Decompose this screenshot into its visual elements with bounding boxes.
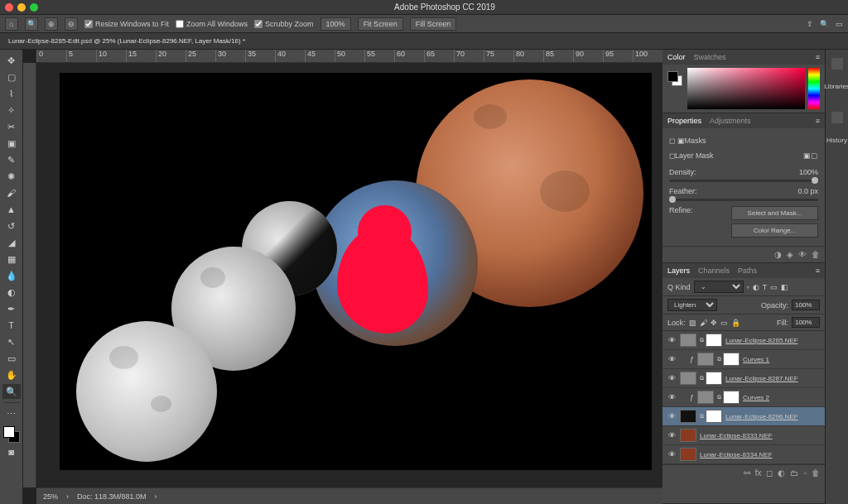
zoom-100-button[interactable]: 100% xyxy=(320,17,351,31)
layer-name[interactable]: Lunar-Eclipse-8334.NEF xyxy=(700,451,773,458)
tab-color[interactable]: Color xyxy=(667,53,686,61)
libraries-panel-tab[interactable] xyxy=(830,55,845,73)
density-slider[interactable] xyxy=(669,180,818,182)
layer-row[interactable]: 👁ƒ⧉Curves 2 xyxy=(662,388,825,407)
fill-input[interactable] xyxy=(792,317,820,328)
zoom-tool-icon[interactable]: 🔍 xyxy=(2,384,21,399)
visibility-icon[interactable]: 👁 xyxy=(667,355,677,363)
link-layers-icon[interactable]: ⚯ xyxy=(744,468,750,478)
color-fg-bg[interactable] xyxy=(667,71,682,86)
filter-kind-select[interactable]: ⌄ xyxy=(694,281,744,293)
layer-thumbnail[interactable] xyxy=(680,372,696,385)
layer-mask-thumbnail[interactable] xyxy=(723,353,740,366)
group-icon[interactable]: 🗀 xyxy=(790,468,798,478)
color-picker[interactable] xyxy=(687,68,805,109)
crop-tool-icon[interactable]: ✂ xyxy=(2,119,21,134)
layer-thumbnail[interactable] xyxy=(697,353,714,366)
tab-adjustments[interactable]: Adjustments xyxy=(710,117,751,125)
blend-mode-select[interactable]: Lighten xyxy=(667,299,717,311)
layer-row[interactable]: 👁Lunar-Eclipse-8333.NEF xyxy=(662,426,825,445)
fit-screen-button[interactable]: Fit Screen xyxy=(358,17,403,31)
pen-tool-icon[interactable]: ✒ xyxy=(2,301,21,316)
visibility-icon[interactable]: 👁 xyxy=(667,431,677,439)
visibility-icon[interactable]: 👁 xyxy=(667,393,677,401)
libraries-label[interactable]: Libraries xyxy=(824,83,848,90)
wand-tool-icon[interactable]: ✧ xyxy=(2,103,21,118)
lock-position-icon[interactable]: ✥ xyxy=(711,319,717,327)
gradient-tool-icon[interactable]: ▦ xyxy=(2,252,21,266)
link-icon[interactable]: ⧉ xyxy=(700,375,704,382)
delete-mask-icon[interactable]: 🗑 xyxy=(812,250,820,259)
document-tab[interactable]: Lunar-Eclipse-8285-Edit.psd @ 25% (Lunar… xyxy=(8,37,245,45)
shape-tool-icon[interactable]: ▭ xyxy=(2,351,21,366)
load-selection-icon[interactable]: ◑ xyxy=(774,250,782,259)
fullscreen-icon[interactable] xyxy=(30,3,38,12)
layer-mask-thumbnail[interactable] xyxy=(706,410,722,423)
layer-name[interactable]: Lunar-Eclipse-8287.NEF xyxy=(725,375,798,382)
chevron-right-icon[interactable]: › xyxy=(66,492,69,501)
layer-row[interactable]: 👁Lunar-Eclipse-8334.NEF xyxy=(662,445,825,464)
layer-thumbnail[interactable] xyxy=(680,448,696,461)
visibility-icon[interactable]: 👁 xyxy=(667,336,677,344)
tab-swatches[interactable]: Swatches xyxy=(694,53,726,61)
layer-name[interactable]: Curves 1 xyxy=(743,356,769,363)
path-tool-icon[interactable]: ↖ xyxy=(2,334,21,349)
color-swatch[interactable] xyxy=(3,426,20,443)
lock-artboard-icon[interactable]: ▭ xyxy=(720,319,728,327)
share-icon[interactable]: ⇪ xyxy=(807,20,813,28)
layer-name[interactable]: Curves 2 xyxy=(743,394,769,401)
move-tool-icon[interactable]: ✥ xyxy=(2,53,21,68)
hand-tool-icon[interactable]: ✋ xyxy=(2,367,21,382)
history-brush-icon[interactable]: ↺ xyxy=(2,218,21,233)
tab-properties[interactable]: Properties xyxy=(667,117,701,125)
tab-channels[interactable]: Channels xyxy=(698,266,730,275)
layer-name[interactable]: Lunar-Eclipse-8296.NEF xyxy=(725,413,798,420)
link-icon[interactable]: ⧉ xyxy=(700,413,704,420)
search-icon[interactable]: 🔍 xyxy=(820,20,829,28)
tab-layers[interactable]: Layers xyxy=(667,266,690,275)
fill-screen-button[interactable]: Fill Screen xyxy=(410,17,457,31)
frame-tool-icon[interactable]: ▣ xyxy=(2,136,21,151)
dodge-tool-icon[interactable]: ◐ xyxy=(2,285,21,300)
link-icon[interactable]: ⧉ xyxy=(717,356,721,362)
link-icon[interactable]: ⧉ xyxy=(717,394,721,401)
filter-shape-icon[interactable]: ▭ xyxy=(770,283,778,291)
layer-row[interactable]: 👁⧉Lunar-Eclipse-8296.NEF xyxy=(662,407,825,426)
feather-value[interactable]: 0.0 px xyxy=(797,187,818,195)
new-layer-icon[interactable]: ▫ xyxy=(803,468,807,478)
quickmask-icon[interactable]: ◙ xyxy=(2,444,21,459)
apply-mask-icon[interactable]: ◈ xyxy=(787,250,793,259)
fg-color-icon[interactable] xyxy=(3,426,15,438)
canvas[interactable] xyxy=(36,63,662,487)
marquee-tool-icon[interactable]: ▢ xyxy=(2,70,21,84)
visibility-icon[interactable]: 👁 xyxy=(667,412,677,420)
disable-mask-icon[interactable]: 👁 xyxy=(798,250,807,259)
lasso-tool-icon[interactable]: ⌇ xyxy=(2,86,21,101)
visibility-icon[interactable]: 👁 xyxy=(667,374,677,382)
edit-toolbar-icon[interactable]: ⋯ xyxy=(2,406,21,421)
panel-menu-icon[interactable]: ≡ xyxy=(816,266,820,275)
panel-menu-icon[interactable]: ≡ xyxy=(816,117,820,125)
status-zoom[interactable]: 25% xyxy=(43,492,58,501)
layer-mask-thumbnail[interactable] xyxy=(723,391,740,404)
layer-mask-icon[interactable]: ◻ xyxy=(766,468,773,478)
brush-tool-icon[interactable]: 🖌 xyxy=(2,185,21,200)
type-tool-icon[interactable]: T xyxy=(2,318,21,333)
color-range-button[interactable]: Color Range... xyxy=(731,223,818,238)
tab-paths[interactable]: Paths xyxy=(738,266,757,275)
layer-row[interactable]: 👁⧉Lunar-Eclipse-8287.NEF xyxy=(662,369,825,388)
home-icon[interactable]: ⌂ xyxy=(5,17,18,31)
document-canvas[interactable] xyxy=(60,73,652,470)
history-panel-tab[interactable] xyxy=(830,108,845,127)
layer-thumbnail[interactable] xyxy=(680,429,696,442)
zoom-in-icon[interactable]: ⊕ xyxy=(45,17,58,31)
zoom-all-checkbox[interactable]: Zoom All Windows xyxy=(176,20,248,28)
resize-windows-checkbox[interactable]: Resize Windows to Fit xyxy=(84,20,169,28)
hue-slider[interactable] xyxy=(808,68,820,109)
select-and-mask-button[interactable]: Select and Mask... xyxy=(731,206,818,220)
layer-thumbnail[interactable] xyxy=(697,391,714,404)
filter-adjust-icon[interactable]: ◐ xyxy=(753,283,759,291)
eyedropper-tool-icon[interactable]: ✎ xyxy=(2,152,21,167)
eraser-tool-icon[interactable]: ◢ xyxy=(2,235,21,250)
layer-style-icon[interactable]: fx xyxy=(755,468,762,478)
